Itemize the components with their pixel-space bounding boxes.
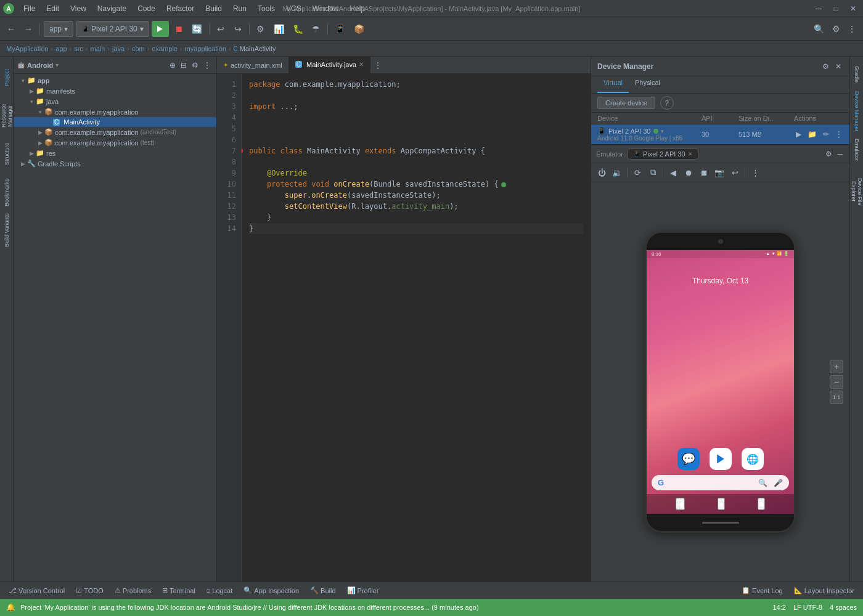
bottom-tab-event-log[interactable]: 📋 Event Log: [737, 585, 788, 596]
forward-button[interactable]: →: [21, 21, 36, 37]
tree-item-test[interactable]: ▶ 📦 com.example.myapplication (test): [14, 137, 216, 148]
tree-item-app[interactable]: ▾ 📁 app: [14, 75, 216, 86]
menu-tools[interactable]: Tools: [253, 3, 280, 14]
maximize-button[interactable]: □: [828, 1, 843, 17]
em-more-button[interactable]: ⋮: [748, 166, 762, 179]
dm-tab-physical[interactable]: Physical: [629, 76, 666, 93]
sidebar-resource-manager-btn[interactable]: Resource Manager: [1, 97, 13, 134]
tree-toggle-gradle[interactable]: ▶: [18, 161, 27, 167]
minimize-button[interactable]: ─: [811, 1, 826, 17]
gradle-sync-button[interactable]: ⚙: [253, 21, 268, 37]
menu-edit[interactable]: Edit: [41, 3, 64, 14]
bottom-tab-profiler[interactable]: 📊 Profiler: [342, 585, 384, 596]
col-header-api[interactable]: API: [701, 115, 738, 122]
back-button[interactable]: ←: [4, 21, 18, 37]
menu-run[interactable]: Run: [228, 3, 252, 14]
breadcrumb-app[interactable]: app: [55, 45, 67, 52]
em-back-button[interactable]: ◀: [666, 166, 680, 179]
phone-frame[interactable]: 8:16 ▲ ▼ 📶 🔋 Thursday, Oct 13 💬: [645, 231, 796, 533]
google-lens-icon[interactable]: 🔍: [758, 479, 767, 487]
device-manager-help-button[interactable]: ?: [660, 96, 674, 110]
sidebar-project-btn[interactable]: Project: [1, 59, 13, 96]
bottom-tab-logcat[interactable]: ≡ Logcat: [202, 586, 237, 596]
sidebar-build-variants-btn[interactable]: Build Variants: [1, 212, 13, 249]
tree-item-androidtest[interactable]: ▶ 📦 com.example.myapplication (androidTe…: [14, 127, 216, 137]
tree-toggle-res[interactable]: ▶: [27, 150, 36, 156]
run-button[interactable]: [152, 21, 169, 37]
phone-back-button[interactable]: ◀: [676, 498, 685, 510]
sidebar-device-manager-btn[interactable]: Device Manager: [851, 90, 863, 133]
device-folder-button[interactable]: 📁: [806, 129, 819, 139]
stop-button[interactable]: ⏹: [171, 21, 186, 37]
phone-screen[interactable]: 8:16 ▲ ▼ 📶 🔋 Thursday, Oct 13 💬: [647, 250, 794, 514]
tree-toggle-test[interactable]: ▶: [36, 140, 44, 146]
tree-item-mainactivity[interactable]: C MainActivity: [14, 117, 216, 127]
breadcrumb-java[interactable]: java: [112, 45, 125, 52]
breadcrumb-src[interactable]: src: [74, 45, 83, 52]
menu-navigate[interactable]: Navigate: [92, 3, 131, 14]
emulator-settings-button[interactable]: ⚙: [824, 149, 834, 159]
bottom-tab-version-control[interactable]: ⎇ Version Control: [4, 585, 70, 596]
sidebar-device-file-explorer-btn[interactable]: Device File Explorer: [851, 167, 863, 216]
google-mic-icon[interactable]: 🎤: [774, 479, 783, 487]
col-header-size[interactable]: Size on Di...: [738, 115, 794, 122]
emulator-tab-close-btn[interactable]: ✕: [688, 151, 693, 157]
zoom-in-button[interactable]: +: [830, 360, 843, 373]
menu-code[interactable]: Code: [133, 3, 160, 14]
tree-item-gradle[interactable]: ▶ 🔧 Gradle Scripts: [14, 158, 216, 169]
col-header-actions[interactable]: Actions: [794, 115, 843, 122]
search-everywhere-button[interactable]: 🔍: [811, 21, 827, 37]
device-more-button[interactable]: ⋮: [833, 129, 845, 139]
sync-button[interactable]: 🔄: [189, 21, 205, 37]
tab-more-button[interactable]: ⋮: [370, 61, 385, 70]
app-icon-chrome[interactable]: 🌐: [742, 448, 764, 470]
menu-file[interactable]: File: [18, 3, 40, 14]
sdk-button[interactable]: 📦: [351, 21, 367, 37]
em-undo-button[interactable]: ↩: [728, 166, 742, 179]
breakpoint-marker[interactable]: [242, 148, 243, 153]
em-fold-button[interactable]: ⧉: [646, 166, 660, 179]
debug-button[interactable]: 🐛: [290, 21, 306, 37]
tree-toggle-manifests[interactable]: ▶: [27, 88, 36, 94]
breadcrumb-myapplication2[interactable]: myapplication: [185, 45, 226, 52]
status-encoding[interactable]: LF UTF-8: [793, 604, 822, 611]
bottom-tab-todo[interactable]: ☑ TODO: [71, 585, 108, 596]
emulator-device-tab[interactable]: 📱 Pixel 2 API 30 ✕: [628, 148, 698, 160]
sidebar-bookmarks-btn[interactable]: Bookmarks: [1, 174, 13, 211]
tab-mainactivity-java[interactable]: C MainActivity.java ✕: [289, 57, 370, 74]
sidebar-gradle-btn[interactable]: Gradle: [851, 59, 863, 90]
undo-button[interactable]: ↩: [213, 21, 228, 37]
em-record-button[interactable]: ⏺: [682, 166, 695, 179]
device-row-pixel2[interactable]: 📱 Pixel 2 API 30 ▾ Android 11.0 Google P…: [591, 124, 849, 144]
tab-activity-main-xml[interactable]: ✦ activity_main.xml: [217, 57, 289, 74]
tree-toggle-java[interactable]: ▾: [27, 99, 36, 105]
sidebar-emulator-btn[interactable]: Emulator: [851, 133, 863, 167]
profile-button[interactable]: 📊: [271, 21, 287, 37]
device-manager-settings-button[interactable]: ⚙: [820, 62, 831, 71]
tree-item-manifests[interactable]: ▶ 📁 manifests: [14, 86, 216, 96]
breadcrumb-main[interactable]: main: [91, 45, 105, 52]
redo-button[interactable]: ↪: [231, 21, 245, 37]
bottom-tab-build[interactable]: 🔨 Build: [305, 585, 340, 596]
tree-toggle-app[interactable]: ▾: [18, 78, 27, 84]
menu-view[interactable]: View: [65, 3, 91, 14]
em-power-button[interactable]: ⏻: [595, 166, 608, 179]
app-selector[interactable]: app ▾: [44, 21, 73, 37]
tree-item-res[interactable]: ▶ 📁 res: [14, 148, 216, 158]
col-header-device[interactable]: Device: [597, 115, 701, 122]
coverage-button[interactable]: ☂: [309, 21, 324, 37]
project-collapse-button[interactable]: ⊟: [179, 60, 189, 70]
project-settings-button[interactable]: ⚙: [190, 60, 200, 70]
breadcrumb-com[interactable]: com: [132, 45, 145, 52]
tree-item-java[interactable]: ▾ 📁 java: [14, 96, 216, 107]
bottom-tab-app-inspection[interactable]: 🔍 App Inspection: [239, 585, 304, 596]
project-add-button[interactable]: ⊕: [168, 60, 178, 70]
close-button[interactable]: ✕: [846, 1, 861, 17]
phone-recents-button[interactable]: ■: [758, 498, 765, 510]
app-icon-messages[interactable]: 💬: [677, 448, 700, 470]
tree-toggle-com-example[interactable]: ▾: [36, 109, 44, 115]
breadcrumb-myapplication[interactable]: MyApplication: [6, 45, 48, 52]
sidebar-structure-btn[interactable]: Structure: [1, 136, 13, 172]
device-edit-button[interactable]: ✏: [821, 129, 831, 139]
zoom-out-button[interactable]: −: [830, 375, 843, 389]
